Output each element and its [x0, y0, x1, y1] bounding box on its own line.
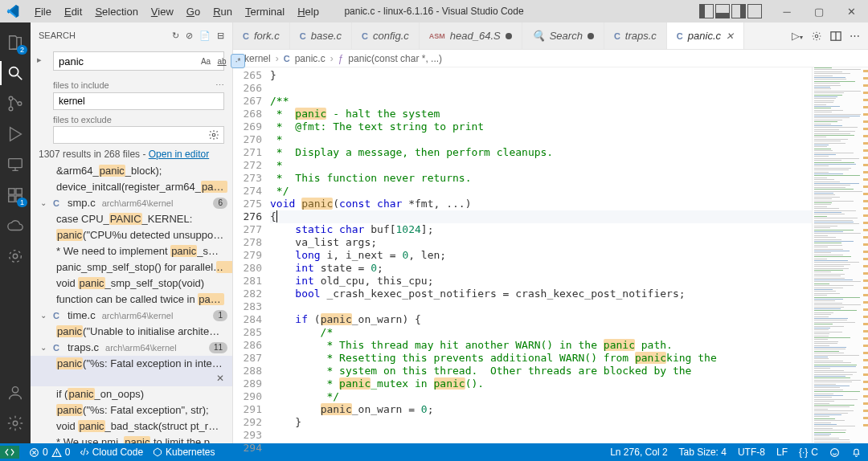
cloud-code-status[interactable]: ‹/› Cloud Code — [80, 447, 143, 458]
activity-scm[interactable] — [0, 88, 31, 119]
activity-explorer[interactable]: 2 — [0, 27, 31, 58]
result-match[interactable]: function can be called twice in panic pa… — [31, 292, 232, 308]
chevron-down-icon: ⌄ — [40, 308, 50, 323]
c-file-icon: C — [53, 341, 64, 355]
results-summary: 1307 results in 268 files - Open in edit… — [31, 144, 232, 163]
code-editor[interactable]: } /** * panic - halt the system * @fmt: … — [270, 67, 812, 443]
result-match[interactable]: case CPU_PANIC_KERNEL: — [31, 211, 232, 227]
filter-more-icon[interactable]: ⋯ — [215, 80, 224, 91]
menu-view[interactable]: View — [145, 4, 179, 19]
breadcrumb-symbol[interactable]: panic(const char *, ...) — [348, 53, 442, 64]
remote-indicator[interactable] — [0, 446, 19, 459]
result-file[interactable]: ⌄Csmp.carch\arm64\kernel6 — [31, 195, 232, 211]
activity-search[interactable] — [0, 58, 31, 88]
menu-go[interactable]: Go — [181, 4, 206, 19]
search-input[interactable] — [54, 55, 199, 67]
result-match[interactable]: panic_smp_self_stop() for parallel panic… — [31, 259, 232, 275]
activity-bar: 2 1 — [0, 22, 31, 443]
more-icon[interactable]: ⋯ — [850, 30, 860, 42]
explorer-badge: 2 — [17, 45, 27, 55]
result-match[interactable]: panic("CPU%u detected unsupported conf… — [31, 227, 232, 243]
activity-remote[interactable] — [0, 149, 31, 180]
result-match[interactable]: &arm64_panic_block); — [31, 163, 232, 179]
editor-layout-icon[interactable] — [830, 31, 841, 42]
collapse-icon[interactable]: ⊟ — [217, 31, 224, 41]
cursor-position[interactable]: Ln 276, Col 2 — [610, 447, 667, 458]
layout-controls[interactable] — [699, 4, 762, 18]
c-file-icon: C — [300, 31, 306, 41]
menu-terminal[interactable]: Terminal — [240, 4, 290, 19]
tab-label: traps.c — [625, 30, 657, 42]
menu-edit[interactable]: Edit — [59, 4, 88, 19]
regex-icon[interactable]: ·* — [231, 54, 245, 68]
tab-search[interactable]: 🔍Search — [522, 22, 604, 49]
menu-file[interactable]: File — [29, 4, 57, 19]
tab-label: fork.c — [254, 30, 280, 42]
activity-account[interactable] — [0, 377, 31, 408]
tab-base-c[interactable]: Cbase.c — [290, 22, 352, 49]
menu-run[interactable]: Run — [207, 4, 238, 19]
breadcrumb-file[interactable]: panic.c — [295, 53, 326, 64]
tab-config-c[interactable]: Cconfig.c — [352, 22, 420, 49]
open-in-editor-link[interactable]: Open in editor — [149, 149, 209, 160]
feedback-icon[interactable] — [829, 447, 840, 458]
notifications-icon[interactable] — [851, 447, 862, 458]
close-tab-icon[interactable]: ✕ — [726, 31, 734, 42]
menu-selection[interactable]: Selection — [89, 4, 143, 19]
result-file[interactable]: ⌄Ctime.carch\arm64\kernel1 — [31, 308, 232, 324]
exclude-input[interactable] — [53, 126, 224, 144]
match-count-badge: 6 — [213, 198, 227, 209]
match-case-icon[interactable]: Aa — [199, 54, 213, 68]
breadcrumb-folder[interactable]: kernel — [244, 53, 271, 64]
menu-help[interactable]: Help — [292, 4, 325, 19]
tab-head_64-s[interactable]: ASMhead_64.S — [420, 22, 522, 49]
match-count-badge: 1 — [213, 310, 227, 321]
minimize-button[interactable]: ─ — [773, 2, 800, 21]
c-file-icon: C — [614, 31, 620, 41]
activity-cloud[interactable] — [0, 210, 31, 241]
result-match[interactable]: void panic_smp_self_stop(void) — [31, 275, 232, 292]
result-match[interactable]: if (panic_on_oops) — [31, 386, 232, 402]
search-results[interactable]: &arm64_panic_block);device_initcall(regi… — [31, 163, 232, 443]
kubernetes-status[interactable]: Kubernetes — [153, 447, 215, 458]
tab-panic-c[interactable]: Cpanic.c✕ — [667, 22, 744, 49]
language-mode[interactable]: {·} C — [799, 447, 818, 458]
result-match[interactable]: void panic_bad_stack(struct pt_regs *reg… — [31, 418, 232, 434]
activity-extensions[interactable]: 1 — [0, 180, 31, 210]
tab-fork-c[interactable]: Cfork.c — [233, 22, 290, 49]
include-input[interactable] — [53, 92, 224, 110]
breadcrumb[interactable]: kernel › C panic.c › ƒ panic(const char … — [233, 50, 868, 67]
result-match[interactable]: panic("Unable to initialise architected … — [31, 324, 232, 340]
use-exclude-settings-icon[interactable] — [207, 128, 221, 142]
result-match[interactable]: * We use nmi_panic to limit the potentia… — [31, 434, 232, 443]
menu-bar: FileEditSelectionViewGoRunTerminalHelp — [29, 4, 325, 19]
dismiss-icon[interactable]: ✕ — [216, 371, 224, 386]
activity-settings[interactable] — [0, 408, 31, 439]
refresh-icon[interactable]: ↻ — [172, 31, 179, 41]
result-match[interactable]: * We need to implement panic_smp_self_s… — [31, 243, 232, 259]
new-file-icon[interactable]: 📄 — [199, 31, 211, 41]
problems-indicator[interactable]: 0 0 — [29, 447, 70, 458]
dirty-indicator — [506, 33, 512, 39]
minimap[interactable] — [812, 67, 868, 443]
result-match[interactable]: device_initcall(register_arm64_panic_blo… — [31, 179, 232, 195]
svg-point-9 — [13, 254, 18, 259]
search-icon: 🔍 — [532, 30, 545, 42]
activity-kubernetes[interactable] — [0, 241, 31, 271]
whole-word-icon[interactable]: ab — [215, 54, 229, 68]
maximize-button[interactable]: ▢ — [805, 2, 833, 21]
close-window-button[interactable]: ✕ — [837, 2, 865, 21]
run-icon[interactable]: ▷▾ — [792, 30, 803, 42]
eol[interactable]: LF — [776, 447, 788, 458]
split-editor-icon[interactable] — [811, 31, 822, 42]
svg-point-1 — [9, 96, 13, 100]
tab-size[interactable]: Tab Size: 4 — [679, 447, 727, 458]
encoding[interactable]: UTF-8 — [738, 447, 765, 458]
clear-icon[interactable]: ⊘ — [186, 31, 193, 41]
result-match[interactable]: panic("%s: Fatal exception", str); — [31, 402, 232, 418]
result-file[interactable]: ⌄Ctraps.carch\arm64\kernel11 — [31, 340, 232, 356]
tab-traps-c[interactable]: Ctraps.c — [604, 22, 667, 49]
activity-debug[interactable] — [0, 119, 31, 149]
result-match[interactable]: panic("%s: Fatal exception in interru…✕ — [31, 356, 232, 386]
toggle-replace-icon[interactable]: ▸ — [37, 55, 42, 65]
